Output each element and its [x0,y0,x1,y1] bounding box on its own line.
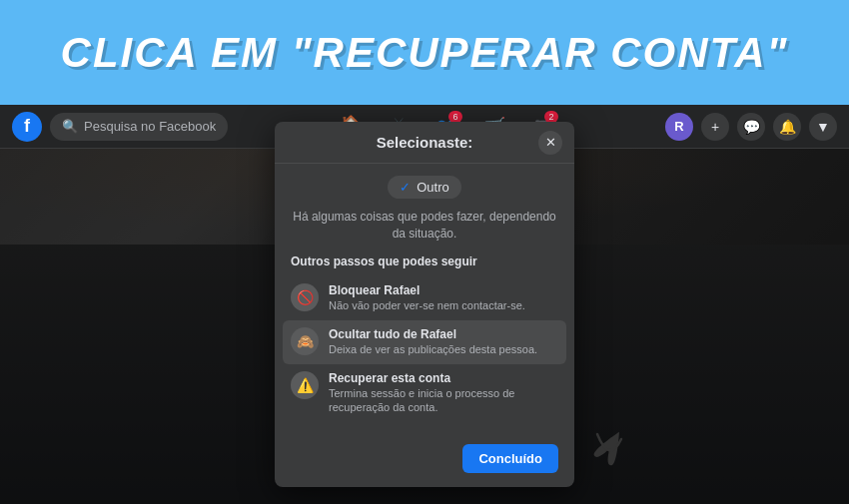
action-hide[interactable]: 🙈 Ocultar tudo de Rafael Deixa de ver as… [283,320,566,364]
title-area: CLICA EM "RECUPERAR CONTA" [0,0,849,105]
modal-description: Há algumas coisas que podes fazer, depen… [291,209,558,243]
action-block-main: Bloquear Rafael [329,283,525,299]
selected-label: Outro [417,180,449,195]
action-hide-main: Ocultar tudo de Rafael [329,327,537,343]
modal-title: Selecionaste: [377,134,473,151]
facebook-interface: f 🔍 Pesquisa no Facebook 🏠 📺 👥 6 🛒 🎮 2 [0,105,849,504]
modal-close-button[interactable]: ✕ [538,131,562,155]
action-block-text: Bloquear Rafael Não vão poder ver-se nem… [329,283,525,313]
hide-icon: 🙈 [291,327,319,355]
action-recover-main: Recuperar esta conta [329,371,558,387]
modal-footer: Concluído [275,434,574,487]
section-title: Outros passos que podes seguir [291,254,558,268]
arrow-cursor [589,424,629,474]
action-recover-sub: Termina sessão e inicia o processo de re… [329,386,558,415]
action-recover[interactable]: ⚠️ Recuperar esta conta Termina sessão e… [291,364,558,422]
done-button[interactable]: Concluído [462,444,558,473]
check-icon: ✓ [400,180,411,195]
modal-overlay: Selecionaste: ✕ ✓ Outro Há algumas coisa… [0,105,849,504]
warning-icon: ⚠️ [291,371,319,399]
report-modal: Selecionaste: ✕ ✓ Outro Há algumas coisa… [275,122,574,487]
action-block[interactable]: 🚫 Bloquear Rafael Não vão poder ver-se n… [291,276,558,320]
page-title: CLICA EM "RECUPERAR CONTA" [61,29,789,77]
action-block-sub: Não vão poder ver-se nem contactar-se. [329,298,525,312]
block-icon: 🚫 [291,283,319,311]
close-icon: ✕ [545,135,556,150]
modal-header: Selecionaste: ✕ [275,122,574,164]
action-hide-sub: Deixa de ver as publicações desta pessoa… [329,342,537,356]
action-recover-text: Recuperar esta conta Termina sessão e in… [329,371,558,415]
selected-pill: ✓ Outro [388,176,461,199]
action-hide-text: Ocultar tudo de Rafael Deixa de ver as p… [329,327,537,357]
selected-badge-container: ✓ Outro [291,176,558,199]
modal-body: ✓ Outro Há algumas coisas que podes faze… [275,164,574,434]
